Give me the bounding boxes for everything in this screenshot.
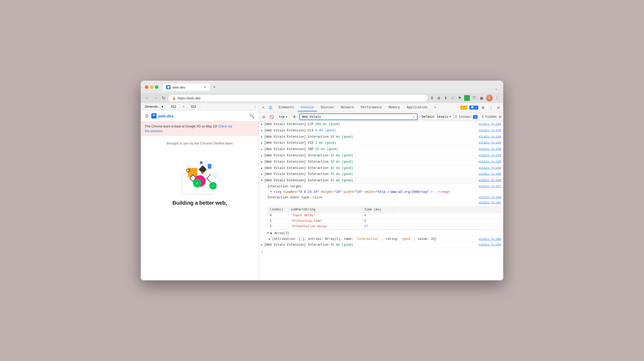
tab-sources[interactable]: Sources xyxy=(318,104,337,111)
expand-icon[interactable]: ▶ xyxy=(261,243,263,247)
console-message-interaction-5[interactable]: ▶ [Web Vitals Extension] Interaction 32 … xyxy=(259,171,503,178)
expand-icon[interactable]: ▶ xyxy=(267,231,269,235)
source-link[interactable]: vitals.js:235 xyxy=(479,141,501,145)
attribution-row[interactable]: ▶ {attribution: {…}, entries: Array(1), … xyxy=(259,236,503,242)
source-link[interactable]: vitals.js:235 xyxy=(479,243,501,247)
expand-icon[interactable]: ▶ xyxy=(261,153,263,158)
expand-icon[interactable]: ▶ xyxy=(260,180,264,181)
tab-network[interactable]: Network xyxy=(337,104,357,111)
source-link[interactable]: vitals.js:235 xyxy=(479,147,501,151)
expand-icon[interactable]: ▶ xyxy=(261,160,263,164)
chrome-menu-button[interactable]: ⋮ xyxy=(494,95,500,101)
expand-icon[interactable]: ▶ xyxy=(261,128,263,133)
device-toggle-button[interactable]: ☰ xyxy=(268,105,273,110)
forward-button[interactable]: → xyxy=(152,95,159,101)
new-tab-button[interactable]: + xyxy=(211,83,218,91)
back-button[interactable]: ← xyxy=(144,95,150,101)
devtools-more-button[interactable]: ⋮ xyxy=(488,105,494,110)
reload-button[interactable]: ↻ xyxy=(161,95,166,101)
console-settings-button[interactable]: ⚙ xyxy=(499,115,501,119)
source-link[interactable]: vitals.js:287 xyxy=(479,201,501,205)
preserve-log-button[interactable]: 🚫 xyxy=(268,114,275,120)
tabs-row: web.dev ✕ + ⌄ xyxy=(163,83,499,91)
share-button[interactable]: ⬆ xyxy=(443,95,448,101)
expand-icon[interactable]: ▶ xyxy=(261,166,263,170)
filter-clear-button[interactable]: ✕ xyxy=(413,115,415,119)
bookmark-button[interactable]: ☆ xyxy=(450,95,455,101)
source-link[interactable]: vitals.js:235 xyxy=(479,135,501,139)
browser-tab[interactable]: web.dev ✕ xyxy=(163,84,210,91)
search-button[interactable]: 🔍 xyxy=(249,114,255,118)
close-traffic-light[interactable] xyxy=(145,85,148,89)
devtools-close-button[interactable]: ✕ xyxy=(496,105,501,110)
expand-icon[interactable]: ▶ xyxy=(271,190,272,194)
expand-icon[interactable]: ▶ xyxy=(261,135,263,139)
source-link[interactable]: vitals.js:308 xyxy=(479,238,501,241)
notification-link[interactable]: Check out xyxy=(218,125,232,128)
console-message-interaction-1[interactable]: ▶ [Web Vitals Extension] Interaction 32 … xyxy=(259,134,503,140)
menu-button[interactable]: ☰ xyxy=(145,114,149,118)
source-link[interactable]: vitals.js:235 xyxy=(479,122,501,126)
source-link[interactable]: vitals.js:235 xyxy=(479,153,501,157)
source-link[interactable]: vitals.js:235 xyxy=(479,160,501,164)
clear-console-button[interactable]: ⊘ xyxy=(261,114,266,120)
devtools-settings-button[interactable]: ⚙ xyxy=(480,105,486,110)
tab-elements[interactable]: Elements xyxy=(276,104,297,111)
device-more-button[interactable]: ⋮ xyxy=(253,105,257,109)
msg-value: 32 ms (good) xyxy=(330,172,353,176)
tab-overflow-arrow[interactable]: ⌄ xyxy=(495,86,499,91)
source-link[interactable]: vitals.js:235 xyxy=(479,128,501,132)
maximize-traffic-light[interactable] xyxy=(155,85,158,89)
console-message-expanded[interactable]: ▶ [Web Vitals Extension] Interaction 32 … xyxy=(259,178,503,184)
log-level-dropdown[interactable]: Default levels ▾ xyxy=(420,114,453,120)
tab-favicon xyxy=(166,85,170,89)
flag-button[interactable]: ⚑ xyxy=(457,95,463,101)
tab-memory[interactable]: Memory xyxy=(385,104,403,111)
console-message-cls[interactable]: ▶ [Web Vitals Extension] CLS 0.00 (good)… xyxy=(259,128,503,134)
context-dropdown[interactable]: top ▾ xyxy=(277,114,289,120)
expand-icon[interactable]: ▶ xyxy=(261,147,263,151)
profile-avatar[interactable]: A xyxy=(486,95,493,101)
tab-more[interactable]: » xyxy=(431,104,439,111)
expand-icon[interactable]: ▶ xyxy=(261,141,263,145)
minimize-traffic-light[interactable] xyxy=(150,85,153,89)
console-message-bottom[interactable]: ▶ [Web Vitals Extension] Interaction 32 … xyxy=(259,242,503,248)
zoom-button[interactable]: ⊕ xyxy=(436,95,442,101)
source-link[interactable]: vitals.js:280 xyxy=(479,195,501,199)
download-button[interactable]: ⬇ xyxy=(429,95,435,101)
source-link[interactable]: vitals.js:235 xyxy=(479,166,501,170)
console-prompt[interactable]: › xyxy=(259,248,503,255)
issues-indicator[interactable]: 2 Issues: 2 xyxy=(455,115,477,119)
console-message-fid[interactable]: ▶ [Web Vitals Extension] FID 2 ms (good)… xyxy=(259,140,503,146)
url-input[interactable]: 🔒 https://web.dev xyxy=(168,95,427,101)
console-message-interaction-4[interactable]: ▶ [Web Vitals Extension] Interaction 32 … xyxy=(259,165,503,172)
console-message-inp[interactable]: ▶ [Web Vitals Extension] INP 32 ms (good… xyxy=(259,146,503,153)
warning-badge[interactable]: ⚠ 4 xyxy=(460,106,467,110)
info-badge[interactable]: 💬 2 xyxy=(469,106,478,110)
extension-green-button[interactable] xyxy=(464,95,470,101)
sidebar-button[interactable]: ▣ xyxy=(479,95,484,101)
console-message-interaction-2[interactable]: ▶ [Web Vitals Extension] Interaction 32 … xyxy=(259,153,503,159)
expand-icon[interactable]: ▶ xyxy=(269,238,271,241)
expand-icon[interactable]: ▶ xyxy=(261,172,263,176)
width-input[interactable] xyxy=(167,104,180,109)
tab-application[interactable]: Application xyxy=(403,104,430,111)
source-link[interactable]: vitals.js:235 xyxy=(479,178,501,182)
height-input[interactable] xyxy=(187,104,200,109)
dimension-dropdown[interactable]: Dimensio... ▾ xyxy=(143,104,165,109)
tab-close-button[interactable]: ✕ xyxy=(204,85,206,89)
console-message-interaction-3[interactable]: ▶ [Web Vitals Extension] Interaction 32 … xyxy=(259,159,503,165)
site-header: ☰ web.dev 🔍 xyxy=(141,111,259,121)
tab-performance[interactable]: Performance xyxy=(358,104,385,111)
inspect-element-button[interactable]: ↖ xyxy=(261,105,266,110)
console-message-lcp[interactable]: ▶ [Web Vitals Extension] LCP 203 ms (goo… xyxy=(259,121,503,128)
msg-value: 32 ms (good) xyxy=(330,160,353,164)
source-link[interactable]: vitals.js:235 xyxy=(479,172,501,176)
eye-button[interactable]: 👁 xyxy=(292,114,297,120)
extensions-button[interactable]: ⛩ xyxy=(471,95,477,101)
tab-console[interactable]: Console xyxy=(298,104,317,111)
source-link[interactable]: vitals.js:277 xyxy=(479,184,501,188)
sessions-link[interactable]: the sessions xyxy=(145,129,163,133)
expand-icon[interactable]: ▶ xyxy=(261,122,263,126)
console-filter-input[interactable]: Web Vitals ✕ xyxy=(299,114,418,120)
